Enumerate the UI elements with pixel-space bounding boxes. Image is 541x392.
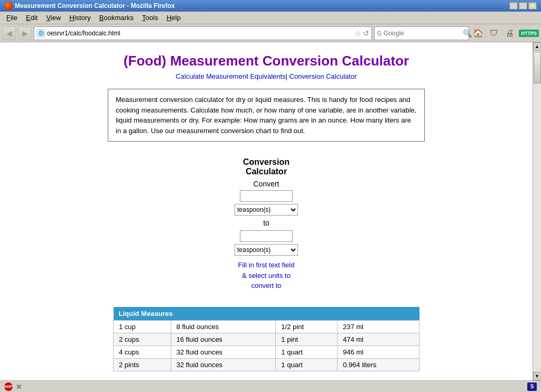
menu-tools[interactable]: Tools bbox=[138, 13, 162, 23]
liquid-measures-table: Liquid Measures 1 cup 8 fluid ounces 1/2… bbox=[113, 307, 419, 371]
table-row: 1 cup 8 fluid ounces 1/2 pint 237 ml bbox=[114, 320, 419, 333]
to-label: to bbox=[21, 219, 511, 227]
table-header: Liquid Measures bbox=[114, 307, 419, 321]
nav-bar: ◀ ▶ 🌐 ☆ ↺ G 🔍 🏠 🛡 🖨 HTTPS bbox=[0, 24, 541, 42]
scrollbar: ▲ ▼ bbox=[533, 42, 541, 380]
home-button[interactable]: 🏠 bbox=[471, 26, 485, 40]
to-unit-select[interactable]: teaspoon(s) tablespoon(s) cup(s) fluid o… bbox=[235, 244, 298, 256]
search-input[interactable] bbox=[384, 30, 463, 37]
table-cell: 237 ml bbox=[337, 320, 419, 333]
back-button[interactable]: ◀ bbox=[2, 26, 16, 40]
firefox-icon bbox=[4, 2, 13, 10]
maximize-button[interactable]: □ bbox=[519, 2, 527, 10]
page-icon: 🌐 bbox=[36, 29, 45, 38]
table-cell: 4 cups bbox=[114, 346, 171, 358]
status-left: ABP ✕ bbox=[4, 382, 22, 391]
address-bar: 🌐 ☆ ↺ bbox=[34, 26, 372, 40]
from-value-input[interactable] bbox=[240, 190, 293, 202]
nav-icons: 🏠 🛡 🖨 HTTPS bbox=[471, 26, 539, 40]
print-button[interactable]: 🖨 bbox=[503, 26, 517, 40]
table-cell: 32 fluid ounces bbox=[171, 346, 276, 358]
table-row: 2 cups 16 fluid ounces 1 pint 474 ml bbox=[114, 333, 419, 346]
description-text: Measurement conversion calculator for dr… bbox=[116, 96, 416, 135]
shield-icon: 🛡 bbox=[487, 26, 501, 40]
menu-history[interactable]: History bbox=[65, 13, 95, 23]
bookmark-star-icon[interactable]: ☆ bbox=[355, 29, 361, 38]
menu-bar: File Edit View History Bookmarks Tools H… bbox=[0, 12, 541, 24]
title-bar: Measurement Conversion Calculator - Mozi… bbox=[0, 0, 541, 12]
description-box: Measurement conversion calculator for dr… bbox=[108, 89, 425, 142]
menu-bookmarks[interactable]: Bookmarks bbox=[95, 13, 138, 23]
table-cell: 16 fluid ounces bbox=[171, 333, 276, 346]
table-cell: 1 quart bbox=[276, 346, 338, 358]
s-icon: S bbox=[527, 382, 537, 391]
status-close-button[interactable]: ✕ bbox=[16, 382, 22, 391]
calc-title: Conversion Calculator bbox=[21, 157, 511, 176]
subtitle-separator: | bbox=[286, 72, 287, 80]
menu-help[interactable]: Help bbox=[162, 13, 185, 23]
https-badge: HTTPS bbox=[519, 30, 539, 37]
close-button[interactable]: ✕ bbox=[528, 2, 537, 10]
table-cell: 946 ml bbox=[337, 346, 419, 358]
table-row: 2 pints 32 fluid ounces 1 quart 0.964 li… bbox=[114, 358, 419, 371]
convert-label: Convert bbox=[21, 180, 511, 188]
subtitle-link-equivalents[interactable]: Calculate Measurement Equivalents bbox=[175, 72, 285, 80]
page-title: (Food) Measurement Conversion Calculator bbox=[21, 53, 511, 69]
table-cell: 474 ml bbox=[337, 333, 419, 346]
address-input[interactable] bbox=[47, 30, 355, 37]
table-cell: 8 fluid ounces bbox=[171, 320, 276, 333]
menu-view[interactable]: View bbox=[42, 13, 65, 23]
calculator-section: Conversion Calculator Convert teaspoon(s… bbox=[21, 157, 511, 291]
from-unit-select[interactable]: teaspoon(s) tablespoon(s) cup(s) fluid o… bbox=[235, 204, 298, 216]
table-cell: 1/2 pint bbox=[276, 320, 338, 333]
table-section: Liquid Measures 1 cup 8 fluid ounces 1/2… bbox=[21, 307, 511, 371]
table-cell: 2 cups bbox=[114, 333, 171, 346]
menu-edit[interactable]: Edit bbox=[22, 13, 42, 23]
table-cell: 32 fluid ounces bbox=[171, 358, 276, 371]
window-title: Measurement Conversion Calculator - Mozi… bbox=[15, 2, 175, 10]
search-bar: G 🔍 bbox=[374, 26, 469, 40]
to-value-input[interactable] bbox=[240, 230, 293, 242]
subtitle-link-calculator[interactable]: Conversion Calculator bbox=[290, 72, 357, 80]
table-cell: 1 pint bbox=[276, 333, 338, 346]
google-logo: G bbox=[377, 30, 381, 36]
adblock-icon[interactable]: ABP bbox=[4, 382, 13, 391]
forward-button[interactable]: ▶ bbox=[18, 26, 32, 40]
calc-hint: Fill in first text field & select units … bbox=[21, 260, 511, 291]
page-wrapper: (Food) Measurement Conversion Calculator… bbox=[0, 42, 541, 380]
page-subtitle: Calculate Measurement Equivalents| Conve… bbox=[21, 72, 511, 80]
scroll-track[interactable] bbox=[533, 51, 542, 372]
table-row: 4 cups 32 fluid ounces 1 quart 946 ml bbox=[114, 346, 419, 358]
reload-icon[interactable]: ↺ bbox=[363, 29, 369, 38]
scroll-thumb[interactable] bbox=[534, 52, 541, 83]
page-content: (Food) Measurement Conversion Calculator… bbox=[0, 42, 533, 380]
window-controls: ─ □ ✕ bbox=[509, 2, 537, 10]
scroll-up-button[interactable]: ▲ bbox=[533, 42, 542, 51]
scroll-down-button[interactable]: ▼ bbox=[533, 372, 542, 380]
minimize-button[interactable]: ─ bbox=[509, 2, 518, 10]
status-right: S bbox=[527, 382, 537, 391]
table-cell: 0.964 liters bbox=[337, 358, 419, 371]
table-cell: 1 quart bbox=[276, 358, 338, 371]
menu-file[interactable]: File bbox=[2, 13, 22, 23]
table-cell: 2 pints bbox=[114, 358, 171, 371]
search-button[interactable]: 🔍 bbox=[463, 29, 472, 38]
status-bar: ABP ✕ S bbox=[0, 380, 541, 392]
table-cell: 1 cup bbox=[114, 320, 171, 333]
